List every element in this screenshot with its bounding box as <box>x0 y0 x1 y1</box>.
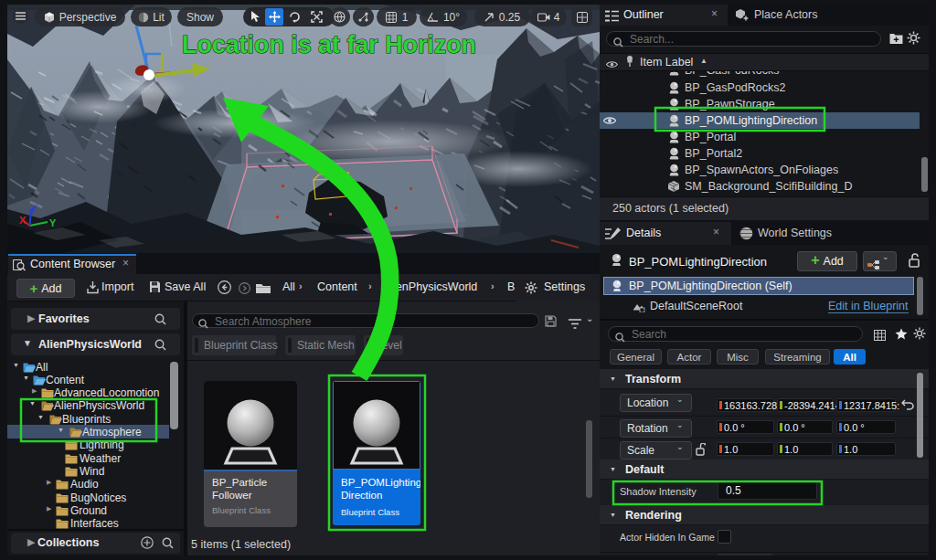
svg-text:X: X <box>19 215 27 226</box>
svg-text:Y: Y <box>49 217 57 228</box>
